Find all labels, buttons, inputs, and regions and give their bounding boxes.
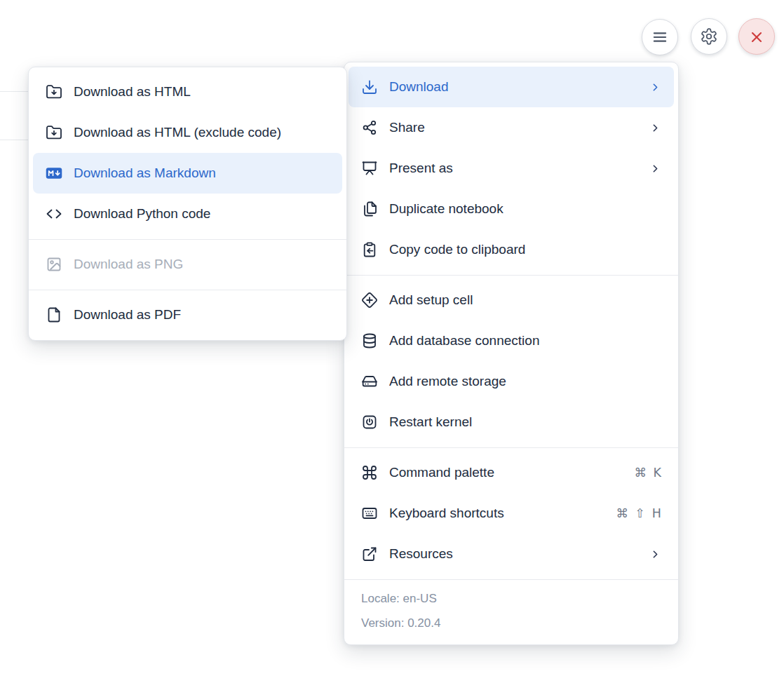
menu-item-label: Add remote storage (389, 374, 661, 389)
menu-item-add-remote-storage[interactable]: Add remote storage (349, 361, 674, 402)
menu-item-keyboard-shortcuts[interactable]: Keyboard shortcuts ⌘ ⇧ H (349, 493, 674, 534)
menu-item-download[interactable]: Download (349, 67, 674, 107)
power-icon (361, 414, 378, 431)
menu-section-notebook: Download Share Present as Duplicate note… (344, 62, 678, 275)
menu-footer: Locale: en-US Version: 0.20.4 (344, 580, 678, 644)
menu-item-command-palette[interactable]: Command palette ⌘ K (349, 452, 674, 493)
menu-item-label: Download as PDF (74, 307, 330, 323)
menu-item-duplicate-notebook[interactable]: Duplicate notebook (349, 189, 674, 229)
menu-item-restart-kernel[interactable]: Restart kernel (349, 402, 674, 442)
submenu-item-download-as-markdown[interactable]: Download as Markdown (33, 153, 342, 194)
menu-item-label: Command palette (389, 465, 634, 480)
shortcut-command-palette: ⌘ K (634, 466, 661, 480)
keyboard-icon (361, 505, 378, 522)
menu-section-kernel: Add setup cell Add database connection A… (344, 276, 678, 447)
chevron-right-icon (649, 122, 661, 134)
menu-item-resources[interactable]: Resources (349, 534, 674, 574)
menu-section-help: Command palette ⌘ K Keyboard shortcuts ⌘… (344, 448, 678, 579)
file-icon (46, 306, 62, 323)
page-background-line (0, 91, 29, 92)
menu-item-label: Duplicate notebook (389, 201, 661, 217)
submenu-item-download-as-html-exclude-code[interactable]: Download as HTML (exclude code) (33, 112, 342, 153)
gear-icon (700, 27, 718, 46)
version-text: Version: 0.20.4 (361, 611, 661, 635)
menu-item-present-as[interactable]: Present as (349, 148, 674, 189)
submenu-item-download-as-pdf[interactable]: Download as PDF (33, 295, 342, 335)
chevron-right-icon (649, 548, 661, 560)
menu-item-share[interactable]: Share (349, 107, 674, 148)
menu-item-label: Download (389, 79, 649, 95)
menu-item-label: Share (389, 120, 649, 135)
shortcut-keyboard-shortcuts: ⌘ ⇧ H (616, 506, 661, 520)
database-icon (361, 332, 378, 349)
menu-item-label: Keyboard shortcuts (389, 506, 616, 521)
menu-item-label: Add setup cell (389, 292, 661, 308)
presentation-icon (361, 160, 378, 177)
image-icon (46, 256, 62, 273)
download-icon (361, 79, 378, 95)
locale-text: Locale: en-US (361, 586, 661, 611)
notebook-actions-menu: Download Share Present as Duplicate note… (344, 62, 679, 645)
menu-item-label: Download Python code (74, 206, 330, 222)
menu-item-label: Present as (389, 161, 649, 176)
menu-item-label: Resources (389, 546, 649, 562)
page-background-line (0, 140, 29, 140)
menu-item-label: Copy code to clipboard (389, 242, 661, 257)
clipboard-copy-icon (361, 241, 378, 258)
submenu-item-download-as-png: Download as PNG (33, 244, 342, 285)
external-link-icon (361, 546, 378, 562)
shutdown-button[interactable] (738, 18, 775, 55)
download-submenu: Download as HTML Download as HTML (exclu… (28, 67, 347, 341)
folder-down-icon (46, 83, 62, 100)
settings-button[interactable] (691, 18, 727, 55)
menu-item-add-setup-cell[interactable]: Add setup cell (349, 280, 674, 320)
menu-item-label: Download as HTML (exclude code) (74, 125, 330, 140)
duplicate-icon (361, 201, 378, 217)
submenu-section-pdf: Download as PDF (29, 290, 346, 340)
submenu-item-download-as-html[interactable]: Download as HTML (33, 72, 342, 112)
menu-item-label: Add database connection (389, 333, 661, 349)
submenu-item-download-python-code[interactable]: Download Python code (33, 194, 342, 234)
menu-item-add-database-connection[interactable]: Add database connection (349, 320, 674, 361)
markdown-icon (46, 165, 62, 182)
menu-button[interactable] (642, 19, 678, 55)
hard-drive-icon (361, 373, 378, 390)
menu-item-label: Download as Markdown (74, 165, 330, 181)
menu-item-label: Download as HTML (74, 84, 330, 100)
menu-item-copy-code[interactable]: Copy code to clipboard (349, 229, 674, 270)
menu-item-label: Download as PNG (74, 257, 330, 272)
submenu-section-image: Download as PNG (29, 240, 346, 290)
code-icon (46, 205, 62, 222)
submenu-section-documents: Download as HTML Download as HTML (exclu… (29, 67, 346, 239)
close-icon (748, 28, 765, 45)
hamburger-icon (651, 28, 669, 46)
folder-down-icon (46, 124, 62, 141)
share-icon (361, 119, 378, 136)
chevron-right-icon (649, 81, 661, 93)
diamond-plus-icon (361, 292, 378, 309)
command-icon (361, 464, 378, 481)
chevron-right-icon (649, 163, 661, 175)
menu-item-label: Restart kernel (389, 414, 661, 430)
